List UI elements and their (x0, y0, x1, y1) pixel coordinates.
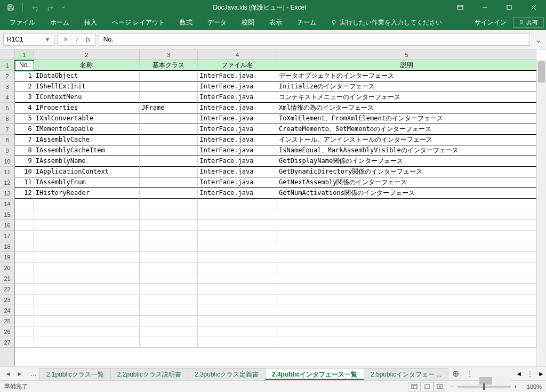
row-header[interactable]: 16 (0, 220, 14, 231)
cell[interactable]: 名称 (34, 60, 140, 71)
cancel-formula-button[interactable]: ✕ (60, 36, 71, 43)
cell[interactable] (198, 209, 277, 220)
cell[interactable]: InterFace.java (198, 156, 277, 167)
cell[interactable] (140, 263, 198, 273)
sheet-tab[interactable]: 2.2publicクラス説明書 (110, 368, 188, 380)
cell[interactable]: コンテキストメニューのインターフェース (277, 92, 536, 103)
column-header[interactable]: 2 (34, 50, 140, 60)
ribbon-display-button[interactable] (448, 0, 472, 15)
row-header[interactable]: 25 (0, 316, 14, 326)
row-header[interactable]: 3 (0, 81, 14, 92)
cell[interactable] (198, 273, 277, 284)
cell[interactable] (140, 305, 198, 316)
cell[interactable]: InterFace.java (198, 177, 277, 188)
sheet-ellipsis[interactable]: ... (28, 370, 39, 378)
cell[interactable]: IApplicationContext (34, 167, 140, 177)
row-header[interactable]: 5 (0, 103, 14, 113)
row-header[interactable]: 26 (0, 326, 14, 337)
cell[interactable] (140, 326, 198, 337)
hscroll-left[interactable]: ◄ (514, 370, 524, 378)
cell[interactable]: InterFace.java (198, 167, 277, 177)
cell[interactable] (140, 231, 198, 241)
cell[interactable] (140, 273, 198, 284)
cell[interactable] (34, 284, 140, 295)
cell[interactable] (140, 316, 198, 326)
ribbon-tab-校閲[interactable]: 校閲 (234, 15, 262, 30)
row-header[interactable]: 19 (0, 252, 14, 263)
cell[interactable] (198, 220, 277, 231)
cell[interactable]: IShellExtInit (34, 81, 140, 92)
cell[interactable]: 2 (15, 81, 34, 92)
cell[interactable] (15, 316, 34, 326)
zoom-slider[interactable] (457, 386, 511, 388)
undo-button[interactable] (28, 1, 41, 14)
cell[interactable]: IsNameEqual、MarkAssemblyVisibleのインターフェース (277, 145, 536, 156)
row-header[interactable]: 6 (0, 113, 14, 124)
cell[interactable] (15, 284, 34, 295)
cell[interactable]: 3 (15, 92, 34, 103)
sheet-nav-next[interactable]: ► (15, 370, 25, 378)
cell[interactable]: IDataObject (34, 71, 140, 81)
zoom-slider-thumb[interactable] (483, 383, 485, 390)
cell[interactable] (198, 263, 277, 273)
cell[interactable]: 10 (15, 167, 34, 177)
cell[interactable] (15, 252, 34, 263)
select-all-corner[interactable] (0, 50, 15, 60)
cell[interactable] (15, 209, 34, 220)
add-sheet-button[interactable]: ⊕ (448, 369, 463, 379)
cell[interactable]: IHistoryReader (34, 188, 140, 199)
redo-button[interactable] (44, 1, 57, 14)
cell[interactable]: IContextMenu (34, 92, 140, 103)
ribbon-tab-ページ レイアウト[interactable]: ページ レイアウト (105, 15, 172, 30)
cell[interactable]: InterFace.java (198, 188, 277, 199)
cell[interactable] (34, 220, 140, 231)
signin-link[interactable]: サインイン (468, 18, 513, 27)
cell[interactable] (34, 316, 140, 326)
cell[interactable]: CreateMemento、SetMementoのインターフェース (277, 124, 536, 135)
cell[interactable] (277, 209, 536, 220)
qat-dropdown[interactable] (60, 1, 67, 14)
row-header[interactable]: 4 (0, 92, 14, 103)
cell[interactable] (140, 167, 198, 177)
cell[interactable] (140, 199, 198, 209)
cell[interactable] (15, 199, 34, 209)
column-header[interactable]: 3 (140, 50, 198, 60)
cell[interactable]: InterFace.java (198, 145, 277, 156)
cell[interactable] (140, 284, 198, 295)
cell[interactable] (198, 316, 277, 326)
row-header[interactable]: 22 (0, 284, 14, 295)
cell[interactable] (277, 241, 536, 252)
row-header[interactable]: 17 (0, 231, 14, 241)
cell[interactable] (34, 326, 140, 337)
cell[interactable] (277, 273, 536, 284)
cell[interactable]: IAssemblyEnum (34, 177, 140, 188)
vertical-scroll-thumb[interactable] (538, 61, 545, 83)
cell[interactable]: インストール、アンインストールのインターフェース (277, 135, 536, 145)
cell[interactable]: 11 (15, 177, 34, 188)
cell[interactable]: ToXmlElement、FromXmlElementのインターフェース (277, 113, 536, 124)
cell[interactable]: IAssemblyCache (34, 135, 140, 145)
share-button[interactable]: 共有 (513, 17, 544, 28)
cell[interactable] (15, 263, 34, 273)
cell[interactable]: 1 (15, 71, 34, 81)
cell[interactable]: JFrame (140, 103, 198, 113)
cell[interactable]: No. (15, 60, 34, 71)
column-header[interactable]: 5 (277, 50, 536, 60)
cell[interactable]: 7 (15, 135, 34, 145)
cell[interactable] (140, 209, 198, 220)
cell[interactable]: InterFace.java (198, 81, 277, 92)
maximize-button[interactable] (497, 0, 521, 15)
column-header[interactable]: 1 (15, 50, 34, 60)
column-header[interactable]: 4 (198, 50, 277, 60)
cell[interactable] (140, 113, 198, 124)
ribbon-tab-ファイル[interactable]: ファイル (2, 15, 43, 30)
cell[interactable]: InterFace.java (198, 135, 277, 145)
name-box-dropdown-icon[interactable]: ▾ (44, 36, 51, 43)
cell[interactable]: IProperties (34, 103, 140, 113)
cell[interactable]: InterFace.java (198, 113, 277, 124)
cell[interactable] (15, 295, 34, 305)
cell[interactable]: データオブジェクトのインターフェース (277, 71, 536, 81)
zoom-level[interactable]: 100% (520, 383, 542, 390)
cell[interactable]: IAssemblyCacheItem (34, 145, 140, 156)
cell[interactable]: ファイル名 (198, 60, 277, 71)
